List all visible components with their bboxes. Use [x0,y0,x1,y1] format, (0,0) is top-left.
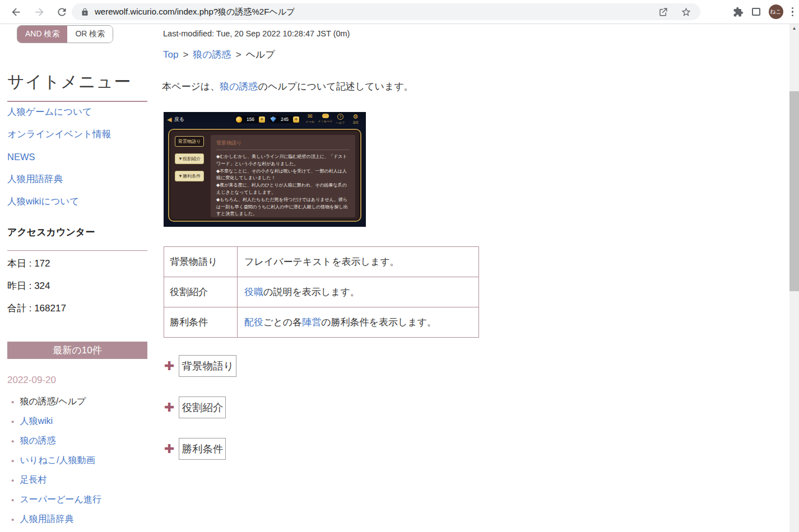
extensions-icon[interactable] [733,7,744,17]
breadcrumb-separator: > [236,49,241,60]
back-icon[interactable] [8,4,24,20]
reload-icon[interactable] [54,4,69,20]
sidebar-menu-link[interactable]: オンラインイベント情報 [7,128,111,141]
recent-item: ●スーパーどーん進行 [7,490,159,510]
profile-avatar[interactable]: ねこ [769,4,783,19]
table-desc-cell: 配役ごとの各陣営の勝利条件を表示します。 [238,307,479,338]
site-menu-list: 人狼ゲームについてオンラインイベント情報NEWS人狼用語辞典人狼wikiについて [7,101,153,213]
sidebar-menu-link[interactable]: 人狼ゲームについて [7,106,92,118]
expander-title[interactable]: 勝利条件 [179,438,226,460]
breadcrumb-current: ヘルプ [246,49,275,60]
nav-icon-label: メール [306,119,315,124]
expander-title[interactable]: 役割紹介 [179,396,226,418]
breadcrumb-top-link[interactable]: Top [163,49,178,60]
recent-item-link[interactable]: 狼の誘惑 [20,435,55,447]
bullet-icon: ● [11,497,14,503]
story-title: 背景物語り [216,139,350,150]
counter-line: 本日 : 172 [7,252,153,274]
table-desc-link[interactable]: 役職 [244,287,263,297]
bullet-icon: ● [11,419,14,424]
recent-item: ●狼の誘惑/ヘルプ [7,392,159,412]
settings-gear-icon: ⚙ [353,114,359,119]
back-label: 戻る [174,116,184,123]
table-term-cell: 役割紹介 [164,277,238,307]
recent-item: ●狼の誘惑 [7,431,159,451]
add-coin-icon: + [259,116,265,123]
scrollbar-thumb[interactable] [789,91,799,291]
last-modified: Last-modified: Tue, 20 Sep 2022 10:28:47… [163,29,350,38]
nav-icon-label: ヘルプ [336,120,345,125]
sidebar-menu-item: オンラインイベント情報 [7,123,153,146]
recent-item-link[interactable]: いりねこ/人狼動画 [20,455,95,466]
intro-text: 本ページは、 [162,81,220,92]
table-desc-text: フレイバーテキストを表示します。 [244,256,400,267]
screenshot-story-content: 背景物語り ◆むかしむかし、美しいライン川に臨む絶壁の頂上に、「ドストワード」と… [211,135,355,217]
recent-item-link[interactable]: スーパーどーん進行 [20,494,101,506]
table-desc-cell: フレイバーテキストを表示します。 [238,247,479,277]
bookmark-star-icon[interactable] [681,7,691,17]
menu-kebab-icon[interactable] [792,7,794,17]
page-scrollbar[interactable]: ▲ [789,24,799,532]
help-icon: ? [337,114,343,120]
sidebar-menu-item: 人狼wikiについて [7,190,153,213]
screenshot-nav-message: ···メッセージ [318,114,332,125]
forward-icon[interactable] [31,4,47,20]
intro-text: のヘルプについて記述しています。 [258,81,414,92]
scrollbar-up-icon[interactable]: ▲ [789,24,799,33]
side-panel-icon[interactable] [752,8,760,16]
and-search-tab[interactable]: AND 検索 [17,26,67,43]
recent-item: ●足長村 [7,470,159,490]
recent-item-link[interactable]: 人狼用語辞典 [20,514,73,525]
table-desc-text: の説明を表示します。 [263,287,360,297]
recent-list: ●狼の誘惑/ヘルプ●人狼wiki●狼の誘惑●いりねこ/人狼動画●足長村●スーパー… [7,392,159,529]
story-text: ◆むかしむかし、美しいライン川に臨む絶壁の頂上に、「ドストワード」という小さな村… [216,153,350,217]
access-counter-list: 本日 : 172昨日 : 324合計 : 168217 [7,252,153,319]
expand-plus-icon[interactable]: ✚ [164,443,174,455]
sidebar-menu-link[interactable]: NEWS [7,152,35,162]
table-desc-cell: 役職の説明を表示します。 [238,277,479,307]
recent-item: ●人狼wiki [7,412,159,431]
gem-counter: 245 + [269,116,300,123]
bullet-icon: ● [11,478,14,483]
recent-item-link[interactable]: 人狼wiki [20,416,53,427]
sidebar-menu-link[interactable]: 人狼用語辞典 [7,173,63,185]
table-desc-link[interactable]: 陣営 [302,317,321,328]
screenshot-nav-gear: ⚙設定 [349,114,363,125]
or-search-tab[interactable]: OR 検索 [67,26,113,43]
counter-line: 昨日 : 324 [7,274,153,297]
site-menu-title: サイトメニュー [7,71,131,94]
recent-item-link[interactable]: 足長村 [20,474,47,486]
recent-item-current: 狼の誘惑/ヘルプ [20,396,86,408]
table-term-cell: 勝利条件 [164,307,238,338]
share-icon[interactable] [658,7,668,17]
expander-row: ✚背景物語り [164,355,236,377]
expand-plus-icon[interactable]: ✚ [164,402,174,414]
counter-divider [7,250,147,251]
intro-link[interactable]: 狼の誘惑 [220,81,258,92]
sidebar-menu-link[interactable]: 人狼wikiについて [7,195,79,208]
table-desc-link[interactable]: 配役 [244,317,263,328]
expand-plus-icon[interactable]: ✚ [164,360,174,372]
recent-date: 2022-09-20 [7,375,56,386]
nav-icon-label: 設定 [352,120,358,124]
table-desc-text: の勝利条件を表示します。 [321,317,436,328]
breadcrumb-page-link[interactable]: 狼の誘惑 [193,49,231,60]
screenshot-back-button: ◀ 戻る [167,116,184,123]
expander-title[interactable]: 背景物語り [179,355,236,377]
browser-toolbar: werewolf.wicurio.com/index.php?狼の誘惑%2Fヘル… [0,0,799,24]
expander-row: ✚勝利条件 [164,438,226,460]
screenshot-nav-mail: ✉メール [303,114,317,125]
address-bar[interactable]: werewolf.wicurio.com/index.php?狼の誘惑%2Fヘル… [72,3,700,20]
mail-icon: ✉ [308,114,312,119]
message-icon: ··· [322,114,329,118]
help-table: 背景物語りフレイバーテキストを表示します。役割紹介役職の説明を表示します。勝利条… [164,246,479,338]
gem-icon [270,116,276,122]
screenshot-tab-button: ▼役割紹介 [175,153,204,164]
sidebar-menu-item: NEWS [7,146,153,168]
story-line: ◆もちろん、村人たちもただ死を待つだけではありません。彼らは一刻も早く昼間のうち… [216,197,350,217]
bullet-icon: ● [11,458,14,464]
story-line: ◆夜が来る度に、村人のひとりが人狼に襲われ、その凶暴な爪のえじきとなってしましま… [216,182,350,197]
breadcrumb-separator: > [183,49,188,60]
sidebar-menu-item: 人狼ゲームについて [7,101,153,123]
table-desc-text: ごとの各 [263,317,302,328]
